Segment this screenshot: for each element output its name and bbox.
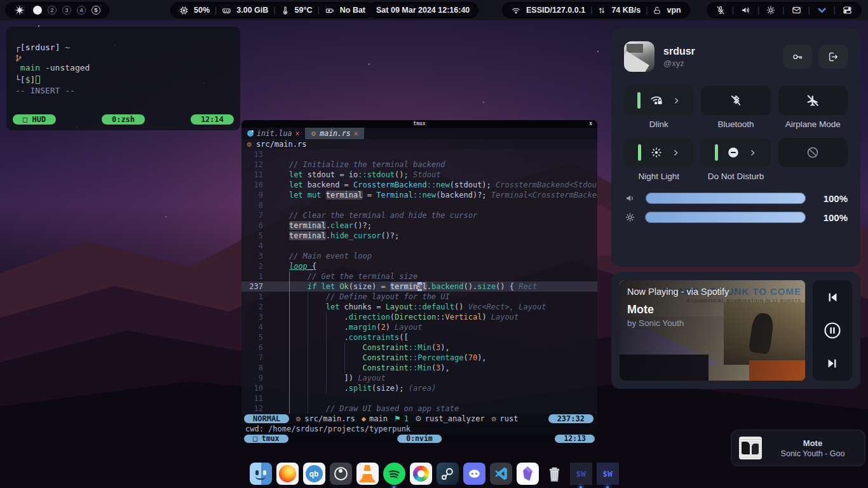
dock-obsidian[interactable] [517,463,539,485]
toggle-bluetooth[interactable] [701,86,770,115]
dock-photos[interactable] [410,463,432,485]
workspace-5[interactable]: 5 [92,6,100,15]
hud-status-bar: □ HUD 0:zsh 12:14 [13,114,234,125]
chevron-right-icon[interactable] [749,149,757,157]
brightness-slider[interactable] [645,212,806,223]
tmux-window-badge[interactable]: 0:nvim [397,435,442,443]
toggle-do-not-disturb[interactable] [701,138,770,167]
battery-x-value: No Bat [340,6,365,15]
dock-file-manager[interactable] [250,463,272,485]
git-branch-icon: ◆ [362,414,366,423]
code-line: 5 terminal.hide_cursor()?; [241,231,597,241]
rust-file-icon: ⚙ [247,141,252,148]
volume-slider[interactable] [646,193,806,204]
temp-icon [281,6,290,15]
separator: | [782,6,784,15]
dock-vscode[interactable] [490,463,512,485]
cwd-line: cwd: /home/srdusr/projects/typerpunk [241,424,597,434]
toggle-blocked[interactable] [778,138,848,167]
logout-icon [826,51,840,63]
window-close-button[interactable]: x [589,121,592,126]
workspace-4[interactable]: 4 [77,6,86,15]
editor-tabbar: init.lua×⚙main.rs× [241,128,597,139]
night-light-icon [649,146,664,159]
lock-open-value: vpn [667,6,681,15]
code-line: 7 Constraint::Percentage(70), [241,353,597,363]
network-pill[interactable]: ESSID/127.0.0.1|74 KB/s|vpn [502,2,690,18]
tmux-window[interactable]: tmux x init.lua×⚙main.rs× ⚙ src/main.rs … [241,120,597,443]
tmux-status-bar: □ tmux 0:nvim 12:13 [241,434,597,443]
line-number: 1 [241,292,271,302]
chevron-down-icon[interactable] [817,5,827,15]
clock: Sat 09 Mar 2024 12:16:40 [376,6,470,15]
key-button[interactable] [783,44,812,69]
mail-icon[interactable] [791,5,802,15]
code-line: 2 let chunks = Layout::default() Vec<Rec… [241,302,597,312]
hud-terminal-window[interactable]: ┌[srdusr] ~ main -unstaged└[$]-- INSERT … [6,27,240,130]
hud-time-badge: 12:14 [191,114,234,125]
dock-trash[interactable] [543,463,566,485]
editor-tab-main.rs[interactable]: ⚙main.rs× [305,128,363,139]
tab-close-button[interactable]: × [295,129,299,138]
cursor-position-badge: 237:32 [548,414,593,423]
toggle-label: Dlink [624,119,693,130]
dock-wezterm-1[interactable]: $W [570,463,592,485]
separator: | [590,6,592,15]
pause-button[interactable] [823,321,842,340]
code-line: 5 .constraints([ [241,332,597,342]
hud-session-badge[interactable]: □ HUD [13,114,56,125]
clock-pill[interactable]: Sat 09 Mar 2024 12:16:40 [367,2,478,18]
statusline-branch: main [369,414,388,423]
code-line: 6 Constraint::Min(3), [241,342,597,353]
editor-tab-init.lua[interactable]: init.lua× [241,128,305,139]
avatar [624,41,654,72]
tray-pill: ||||| [707,2,862,18]
line-number: 12 [241,403,271,414]
previous-button[interactable] [825,290,839,304]
volume-value: 100% [815,193,848,204]
updown-value: 74 KB/s [611,6,641,15]
next-button[interactable] [825,356,839,370]
toggle-airplane-mode[interactable] [778,86,848,115]
workspace-1[interactable] [33,6,42,15]
toggle-cell: Airplane Mode [778,86,848,130]
toggle-label: Night Light [624,172,693,182]
workspace-2[interactable]: 2 [48,6,57,15]
airplane-off-icon [805,93,820,107]
dock-wezterm-2[interactable]: $W [597,463,619,485]
toggles-icon[interactable] [842,5,853,15]
dock-firefox[interactable] [276,463,299,485]
indent-guide [326,312,327,393]
gear-icon[interactable] [766,5,776,15]
code-line: 9 ]) Layout [241,373,597,383]
notification-toast[interactable]: Mote Sonic Youth - Goo [731,430,865,466]
editor-statusline: NORMAL ⚙src/main.rs ◆main ⚑1 ⚙rust_analy… [241,414,597,424]
next-icon [825,356,839,370]
workspace-3[interactable]: 3 [62,6,71,15]
notification-title: Mote [768,438,857,448]
dock-spotify[interactable] [383,463,405,485]
code-area[interactable]: 1312 // Initialize the terminal backend1… [241,149,597,414]
dock-vlc[interactable] [356,463,379,485]
dock-discord[interactable] [463,463,485,485]
dock-obs[interactable] [330,463,352,485]
hud-window-badge[interactable]: 0:zsh [102,114,145,125]
tab-close-button[interactable]: × [354,129,358,138]
notification-album-thumbnail [739,437,762,459]
tmux-session-badge[interactable]: □ tmux [244,435,288,443]
chevron-right-icon[interactable] [672,149,680,157]
mic-muted-icon[interactable] [715,5,726,15]
wifi-value: ESSID/127.0.0.1 [526,6,585,15]
chevron-right-icon[interactable] [672,97,681,105]
volume-slider-row: 100% [624,193,848,204]
toggle-dlink[interactable] [624,86,693,115]
editor-breadcrumb: ⚙ src/main.rs [241,139,597,149]
dock-qbittorrent[interactable]: qb [303,463,325,485]
separator: | [757,6,759,15]
volume-icon[interactable] [740,5,751,15]
statusline-lang: rust [500,414,519,423]
dock-steam[interactable] [437,463,459,485]
line-number: 12 [241,159,271,170]
toggle-night-light[interactable] [624,138,693,167]
logout-button[interactable] [818,44,848,69]
